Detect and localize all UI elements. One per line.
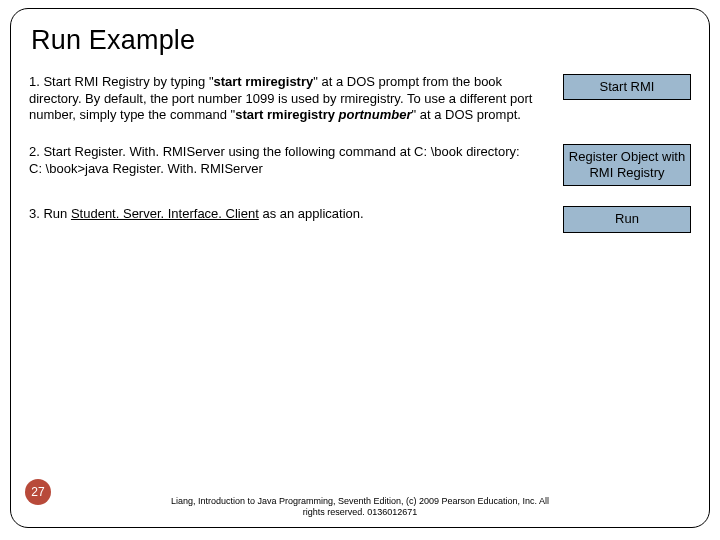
step-row-1: 1. Start RMI Registry by typing "start r… (29, 74, 691, 124)
footer-line1: Liang, Introduction to Java Programming,… (11, 496, 709, 506)
register-object-button[interactable]: Register Object with RMI Registry (563, 144, 691, 187)
run-button[interactable]: Run (563, 206, 691, 232)
step-1-bold2a: start rmiregistry (235, 107, 338, 122)
footer-citation: Liang, Introduction to Java Programming,… (11, 496, 709, 517)
step-1-prefix: 1. Start RMI Registry by typing " (29, 74, 214, 89)
step-3-prefix: 3. Run (29, 206, 71, 221)
step-row-3: 3. Run Student. Server. Interface. Clien… (29, 206, 691, 232)
step-1-suffix: " at a DOS prompt. (412, 107, 521, 122)
step-1-bold2b: portnumber (339, 107, 412, 122)
step-row-2: 2. Start Register. With. RMIServer using… (29, 144, 691, 187)
start-rmi-button[interactable]: Start RMI (563, 74, 691, 100)
step-2-text: 2. Start Register. With. RMIServer using… (29, 144, 563, 177)
footer-line2: rights reserved. 0136012671 (11, 507, 709, 517)
step-3-text: 3. Run Student. Server. Interface. Clien… (29, 206, 563, 223)
slide-title: Run Example (31, 25, 691, 56)
step-3-suffix: as an application. (259, 206, 364, 221)
step-1-text: 1. Start RMI Registry by typing "start r… (29, 74, 563, 124)
step-3-underlined: Student. Server. Interface. Client (71, 206, 259, 221)
step-1-bold1: start rmiregistry (214, 74, 314, 89)
slide-frame: Run Example 1. Start RMI Registry by typ… (10, 8, 710, 528)
